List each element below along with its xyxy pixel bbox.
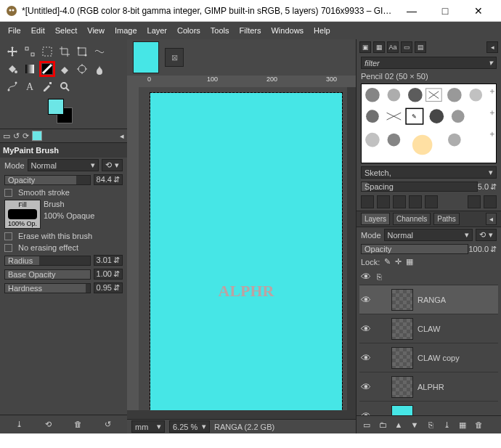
tool-color-picker[interactable]: [39, 78, 55, 94]
brush-menu-icon[interactable]: [484, 195, 497, 208]
tool-gradient[interactable]: [22, 61, 38, 77]
lower-layer-icon[interactable]: ▼: [409, 419, 420, 431]
radius-value[interactable]: 3.01: [94, 255, 123, 266]
layer-row[interactable]: 👁 ⎘: [359, 268, 498, 285]
restore-preset-icon[interactable]: ⟲: [45, 420, 52, 429]
baseopacity-slider[interactable]: Base Opacity: [4, 269, 91, 280]
menu-filters[interactable]: Filters: [235, 26, 266, 35]
hardness-value[interactable]: 0.95: [94, 282, 123, 293]
dup-brush-icon[interactable]: [393, 195, 406, 208]
delete-layer-icon[interactable]: 🗑: [473, 419, 484, 431]
menu-view[interactable]: View: [82, 26, 110, 35]
layer-name[interactable]: CLAW: [418, 325, 440, 333]
menu-tools[interactable]: Tools: [205, 26, 235, 35]
tool-transform[interactable]: [74, 44, 90, 60]
menu-colors[interactable]: Colors: [172, 26, 205, 35]
layer-row[interactable]: 👁: [359, 402, 498, 415]
new-group-icon[interactable]: 🗀: [377, 419, 388, 431]
visibility-icon[interactable]: 👁: [359, 352, 372, 364]
spacing-value[interactable]: 5.0: [478, 182, 497, 192]
canvas[interactable]: ALPHR: [150, 93, 342, 410]
mode-reset-button[interactable]: ⟲: [102, 159, 123, 171]
tool-smudge[interactable]: [91, 61, 107, 77]
radius-slider[interactable]: Radius: [4, 256, 91, 266]
layer-name[interactable]: ALPHR: [418, 383, 444, 391]
layer-name[interactable]: CLAW copy: [418, 354, 460, 362]
lock-position-icon[interactable]: ✛: [395, 257, 402, 266]
menu-select[interactable]: Select: [50, 26, 83, 35]
layer-opacity-slider[interactable]: Opacity: [361, 244, 468, 254]
foreground-color[interactable]: [48, 99, 64, 115]
layer-row[interactable]: 👁 CLAW copy: [359, 343, 498, 372]
edit-brush-icon[interactable]: [361, 195, 374, 208]
canvas-area[interactable]: ALPHR: [139, 87, 347, 410]
layer-row[interactable]: 👁 RANGA: [359, 285, 498, 314]
visibility-icon[interactable]: 👁: [359, 271, 372, 282]
opacity-value[interactable]: 84.4: [94, 174, 123, 185]
tool-move[interactable]: [4, 44, 20, 60]
fg-swatch-icon[interactable]: [32, 131, 42, 141]
tool-align[interactable]: [22, 44, 38, 60]
del-brush-icon[interactable]: [409, 195, 422, 208]
noerase-checkbox[interactable]: [4, 244, 12, 252]
scrollbar-horizontal[interactable]: [127, 410, 356, 419]
tool-warp[interactable]: [91, 44, 107, 60]
menu-edit[interactable]: Edit: [26, 26, 50, 35]
zoom-dropdown[interactable]: 6.25 %: [169, 420, 210, 433]
mask-layer-icon[interactable]: ▦: [457, 419, 468, 431]
new-layer-icon[interactable]: ▭: [361, 419, 372, 431]
tab-layers[interactable]: Layers: [361, 213, 390, 225]
color-swatches[interactable]: [48, 99, 77, 124]
layer-opacity-value[interactable]: 100.0: [468, 245, 497, 254]
brushes-tab-icon[interactable]: ▣: [359, 41, 371, 53]
maximize-button[interactable]: □: [428, 0, 462, 22]
delete-preset-icon[interactable]: 🗑: [74, 420, 82, 429]
tool-path[interactable]: [4, 78, 20, 94]
layers-panel-menu-icon[interactable]: ◂: [486, 213, 497, 225]
layer-name[interactable]: RANGA: [418, 296, 446, 304]
layer-mode-reset[interactable]: ⟲: [476, 229, 497, 241]
patterns-tab-icon[interactable]: ▦: [373, 41, 385, 53]
layer-row[interactable]: 👁 ALPHR: [359, 372, 498, 402]
visibility-icon[interactable]: 👁: [359, 381, 372, 393]
tool-zoom[interactable]: [57, 78, 73, 94]
history-tab-icon[interactable]: ▭: [401, 41, 412, 53]
menu-windows[interactable]: Windows: [266, 26, 309, 35]
unit-dropdown[interactable]: mm: [131, 420, 165, 433]
panel-menu-icon[interactable]: ◂: [120, 131, 124, 141]
image-tab-close-button[interactable]: ⊠: [165, 48, 184, 67]
brush-zoom-icon[interactable]: [468, 195, 481, 208]
tool-text[interactable]: A: [22, 78, 38, 94]
link-icon[interactable]: ⎘: [377, 272, 382, 281]
scrollbar-vertical[interactable]: [347, 87, 356, 410]
close-button[interactable]: ✕: [462, 0, 495, 22]
brush-preset-dropdown[interactable]: Sketch,: [361, 166, 497, 179]
tool-mypaint-brush[interactable]: [39, 61, 55, 77]
tab-paths[interactable]: Paths: [433, 213, 460, 225]
menu-file[interactable]: File: [3, 26, 26, 35]
tool-eraser[interactable]: [57, 61, 73, 77]
merge-layer-icon[interactable]: ⤓: [441, 419, 452, 431]
menu-image[interactable]: Image: [110, 26, 142, 35]
lock-alpha-icon[interactable]: ▦: [406, 257, 413, 266]
brush-grid[interactable]: ✎: [361, 84, 497, 163]
mode-dropdown[interactable]: Normal: [28, 159, 99, 171]
menu-help[interactable]: Help: [309, 26, 335, 35]
hardness-slider[interactable]: Hardness: [4, 283, 91, 293]
tab-channels[interactable]: Channels: [393, 213, 431, 225]
smooth-stroke-checkbox[interactable]: [4, 189, 12, 197]
baseopacity-value[interactable]: 1.00: [94, 269, 123, 280]
image-tab-thumb[interactable]: [133, 41, 159, 73]
opacity-slider[interactable]: Opacity: [4, 175, 91, 185]
layer-row[interactable]: 👁 CLAW: [359, 314, 498, 343]
new-brush-icon[interactable]: [377, 195, 390, 208]
visibility-icon[interactable]: 👁: [359, 410, 372, 416]
dup-layer-icon[interactable]: ⎘: [425, 419, 436, 431]
tool-clone[interactable]: [74, 61, 90, 77]
refresh-brush-icon[interactable]: [425, 195, 438, 208]
tool-rect-select[interactable]: [39, 44, 55, 60]
lock-pixels-icon[interactable]: ✎: [384, 257, 391, 266]
history-icon[interactable]: ⟳: [23, 131, 29, 141]
menu-layer[interactable]: Layer: [142, 26, 173, 35]
erase-checkbox[interactable]: [4, 232, 12, 240]
